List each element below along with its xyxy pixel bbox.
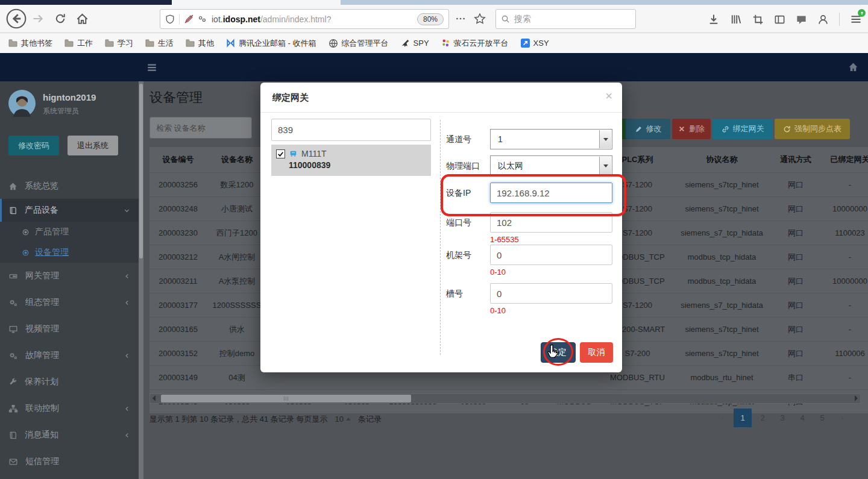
field-input-端口号[interactable] bbox=[490, 212, 612, 233]
device-search-input[interactable] bbox=[149, 117, 252, 139]
table-cell: 供水 bbox=[207, 318, 267, 342]
table-cell: 10000000 bbox=[820, 197, 868, 221]
page-size-select[interactable]: 10 bbox=[331, 413, 354, 425]
bind-button[interactable]: 绑定网关 bbox=[712, 119, 773, 139]
menu-button[interactable] bbox=[850, 13, 862, 25]
sidebars-icon[interactable] bbox=[774, 14, 785, 25]
sidebar-item-组态管理[interactable]: 组态管理 bbox=[0, 289, 139, 316]
bookmark-link-3[interactable]: 萤石云开放平台 bbox=[441, 38, 509, 49]
table-horizontal-scrollbar[interactable] bbox=[149, 393, 861, 404]
sidebar-item-短信管理[interactable]: 短信管理 bbox=[0, 448, 139, 475]
reload-button[interactable] bbox=[54, 13, 66, 25]
permissions-icon[interactable] bbox=[198, 14, 207, 23]
gateway-list-item[interactable]: M111T 110000839 bbox=[271, 145, 431, 176]
select-arrow-icon[interactable] bbox=[599, 157, 611, 175]
forward-button[interactable] bbox=[31, 12, 45, 25]
zoom-level-badge[interactable]: 80% bbox=[417, 13, 444, 25]
gateway-id: 110000839 bbox=[289, 160, 426, 170]
browser-search-bar[interactable]: 搜索 bbox=[495, 9, 636, 29]
back-button[interactable] bbox=[6, 8, 27, 29]
pager: ‹12345› bbox=[714, 409, 851, 427]
page-actions-icon[interactable] bbox=[455, 13, 466, 24]
scrollbar-thumb[interactable] bbox=[161, 395, 411, 402]
pager-page-2[interactable]: 2 bbox=[753, 409, 772, 427]
url-text[interactable]: iot.idosp.net/admin/index.html? bbox=[212, 14, 414, 24]
bookmark-link-0[interactable]: 腾讯企业邮箱 - 收件箱 bbox=[226, 38, 316, 49]
field-select-物理端口[interactable]: 以太网 bbox=[490, 155, 612, 176]
sidebar-scrollbar[interactable] bbox=[139, 81, 143, 479]
sidebar-item-网关管理[interactable]: 网关管理 bbox=[0, 263, 139, 289]
confirm-button[interactable]: 确定 bbox=[541, 342, 576, 363]
sidebar-item-视频管理[interactable]: 视频管理 bbox=[0, 316, 139, 342]
field-input-设备IP[interactable] bbox=[490, 183, 612, 203]
sidebar-scrollbar-thumb[interactable] bbox=[139, 84, 143, 258]
field-label-物理端口: 物理端口 bbox=[446, 155, 489, 176]
pager-next[interactable]: › bbox=[833, 409, 851, 427]
screenshot-icon[interactable] bbox=[752, 14, 764, 25]
pager-page-1[interactable]: 1 bbox=[734, 409, 752, 427]
library-icon[interactable] bbox=[730, 13, 742, 25]
sidebar-item-label: 消息通知 bbox=[25, 430, 116, 440]
pager-page-5[interactable]: 5 bbox=[813, 409, 831, 427]
bookmark-link-1[interactable]: 综合管理平台 bbox=[329, 38, 389, 49]
bookmark-link-2[interactable]: SPY bbox=[401, 39, 429, 48]
book-icon bbox=[8, 206, 17, 215]
cancel-button[interactable]: 取消 bbox=[580, 342, 613, 363]
bookmark-link-4[interactable]: XSY bbox=[521, 39, 549, 48]
sidebar-item-产品设备[interactable]: 产品设备 bbox=[0, 199, 139, 222]
bookmark-folder-2[interactable]: 学习 bbox=[105, 38, 133, 49]
shield-icon[interactable] bbox=[165, 14, 175, 24]
sidebar-item-故障管理[interactable]: 故障管理 bbox=[0, 342, 139, 369]
pager-page-3[interactable]: 3 bbox=[773, 409, 791, 427]
modify-button[interactable]: 修改 bbox=[626, 119, 670, 139]
table-cell: 04测 bbox=[207, 366, 267, 390]
sidebar-item-联动控制[interactable]: 联动控制 bbox=[0, 395, 139, 422]
bookmark-folder-4[interactable]: 其他 bbox=[186, 38, 214, 49]
gateway-checkbox[interactable] bbox=[276, 149, 285, 158]
url-bar[interactable]: iot.idosp.net/admin/index.html? 80% bbox=[160, 9, 449, 29]
sync-button[interactable]: 强制同步点表 bbox=[775, 119, 850, 139]
divider bbox=[440, 120, 441, 355]
sidebar-toggle-icon[interactable] bbox=[146, 62, 157, 73]
bookmark-folder-0[interactable]: 其他书签 bbox=[8, 38, 52, 49]
sidebar-item-保养计划[interactable]: 保养计划 bbox=[0, 369, 139, 395]
desktop-icon bbox=[8, 325, 18, 334]
envelope-icon bbox=[8, 457, 18, 466]
app-home-icon[interactable] bbox=[848, 62, 858, 72]
account-icon[interactable] bbox=[817, 14, 829, 25]
bookmark-star-icon[interactable] bbox=[474, 13, 486, 25]
home-button[interactable] bbox=[76, 13, 89, 25]
folder-icon bbox=[64, 39, 74, 47]
pencil-blocked-icon[interactable] bbox=[184, 14, 194, 24]
gateway-search-input[interactable] bbox=[271, 119, 431, 141]
table-cell: 1100023 bbox=[820, 221, 868, 245]
circle-dot-icon bbox=[22, 228, 30, 236]
field-input-槽号[interactable] bbox=[490, 283, 612, 304]
sidebar-item-label: 保养计划 bbox=[25, 377, 130, 387]
change-password-button[interactable]: 修改密码 bbox=[8, 136, 59, 155]
scroll-right-icon[interactable] bbox=[855, 395, 858, 401]
sidebar-item-消息通知[interactable]: 消息通知 bbox=[0, 422, 139, 448]
field-select-通道号[interactable]: 1 bbox=[490, 129, 612, 149]
bookmark-folder-3[interactable]: 生活 bbox=[145, 38, 174, 49]
pager-page-4[interactable]: 4 bbox=[793, 409, 811, 427]
pager-prev[interactable]: ‹ bbox=[714, 409, 732, 427]
table-cell: 10000000 bbox=[820, 269, 868, 293]
downloads-icon[interactable] bbox=[708, 13, 720, 25]
sidebar-item-系统总览[interactable]: 系统总览 bbox=[0, 174, 139, 199]
table-cell: A水闸控制 bbox=[207, 245, 267, 269]
modal-close-button[interactable]: × bbox=[605, 90, 612, 102]
messages-icon[interactable] bbox=[796, 14, 807, 25]
sidebar-item-空间管理[interactable]: 空间管理 bbox=[0, 475, 139, 479]
select-arrow-icon[interactable] bbox=[599, 130, 611, 148]
sidebar-subitem-产品管理[interactable]: 产品管理 bbox=[0, 222, 139, 242]
sidebar-item-label: 短信管理 bbox=[25, 456, 130, 467]
pencil-icon bbox=[635, 125, 643, 133]
delete-button[interactable]: 删除 bbox=[672, 119, 711, 139]
scroll-left-icon[interactable] bbox=[153, 395, 156, 401]
sidebar-subitem-设备管理[interactable]: 设备管理 bbox=[0, 242, 139, 263]
divider bbox=[179, 14, 180, 25]
field-input-机架号[interactable] bbox=[490, 245, 612, 265]
logout-button[interactable]: 退出系统 bbox=[68, 136, 118, 155]
bookmark-folder-1[interactable]: 工作 bbox=[64, 38, 93, 49]
